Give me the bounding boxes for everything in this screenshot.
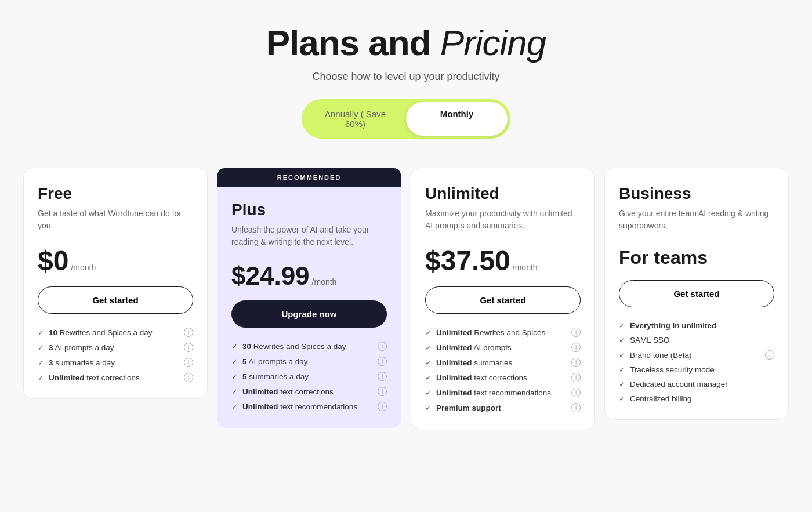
feature-item: ✓ Premium support i <box>425 403 581 412</box>
feature-item: ✓ 3 AI prompts a day i <box>38 343 193 352</box>
feature-text: 5 summaries a day <box>242 372 309 381</box>
check-icon: ✓ <box>231 387 238 396</box>
plan-description-unlimited: Maximize your productivity with unlimite… <box>425 208 581 233</box>
feature-text: Unlimited text corrections <box>436 373 527 382</box>
info-icon[interactable]: i <box>378 357 387 366</box>
check-icon: ✓ <box>619 394 625 403</box>
feature-item: ✓ Unlimited text recommendations i <box>425 388 581 397</box>
title-plain: Plans and <box>266 23 440 63</box>
feature-text: Brand tone (Beta) <box>630 351 692 360</box>
feature-item: ✓ Brand tone (Beta) i <box>619 350 774 360</box>
price-teams-label: For teams <box>619 247 708 268</box>
features-list-business: ✓ Everything in unlimited ✓ SAML SSO ✓ B… <box>619 321 774 403</box>
check-icon: ✓ <box>38 328 44 337</box>
check-icon: ✓ <box>425 343 432 352</box>
feature-item: ✓ Unlimited AI prompts i <box>425 343 581 352</box>
info-icon[interactable]: i <box>184 328 193 337</box>
check-icon: ✓ <box>231 402 238 411</box>
check-icon: ✓ <box>38 373 44 382</box>
plan-description-business: Give your entire team AI reading & writi… <box>619 208 774 233</box>
feature-text: Unlimited text recommendations <box>242 402 357 411</box>
feature-item: ✓ Traceless security mode <box>619 365 774 374</box>
check-icon: ✓ <box>425 358 432 367</box>
check-icon: ✓ <box>619 380 625 388</box>
plan-name-business: Business <box>619 184 774 203</box>
check-icon: ✓ <box>425 328 432 337</box>
feature-text: Unlimited text corrections <box>242 387 334 396</box>
feature-text: Unlimited text recommendations <box>436 388 551 397</box>
get-started-free-button[interactable]: Get started <box>38 286 193 314</box>
info-icon[interactable]: i <box>184 373 193 382</box>
feature-text: Everything in unlimited <box>630 321 716 330</box>
info-icon[interactable]: i <box>571 358 581 367</box>
check-icon: ✓ <box>38 343 44 352</box>
feature-text: Premium support <box>436 404 501 412</box>
features-list-free: ✓ 10 Rewrites and Spices a day i ✓ 3 AI … <box>38 328 193 382</box>
features-list-plus: ✓ 30 Rewrites and Spices a day i ✓ 5 AI … <box>231 342 387 411</box>
feature-text: SAML SSO <box>630 336 670 344</box>
info-icon[interactable]: i <box>378 372 387 381</box>
feature-text: Unlimited text corrections <box>49 373 140 382</box>
upgrade-now-button[interactable]: Upgrade now <box>231 300 387 328</box>
toggle-annually[interactable]: Annually ( Save 60%) <box>304 102 406 136</box>
check-icon: ✓ <box>231 357 238 366</box>
get-started-unlimited-button[interactable]: Get started <box>425 286 581 314</box>
plan-name-unlimited: Unlimited <box>425 184 581 203</box>
plan-name-plus: Plus <box>231 201 387 219</box>
feature-text: 3 summaries a day <box>49 358 115 367</box>
info-icon[interactable]: i <box>571 373 581 382</box>
feature-item: ✓ Unlimited text recommendations i <box>231 402 387 411</box>
plan-card-free: Free Get a taste of what Wordtune can do… <box>23 168 208 399</box>
info-icon[interactable]: i <box>571 403 581 412</box>
info-icon[interactable]: i <box>571 388 581 397</box>
feature-text: Unlimited AI prompts <box>436 343 512 352</box>
plan-price-business: For teams <box>619 247 774 268</box>
toggle-monthly[interactable]: Monthly <box>406 102 507 136</box>
feature-text: Centralized billing <box>630 394 692 403</box>
plan-card-plus: RECOMMENDED Plus Unleash the power of AI… <box>217 168 401 428</box>
info-icon[interactable]: i <box>571 343 581 352</box>
get-started-business-button[interactable]: Get started <box>619 280 774 307</box>
info-icon[interactable]: i <box>184 358 193 367</box>
feature-item: ✓ Unlimited Rewrites and Spices i <box>425 328 581 337</box>
check-icon: ✓ <box>231 342 238 351</box>
feature-item: ✓ Everything in unlimited <box>619 321 774 330</box>
plans-grid: Free Get a taste of what Wordtune can do… <box>23 168 789 429</box>
info-icon[interactable]: i <box>765 350 774 360</box>
plan-price-unlimited: $37.50 /month <box>425 247 581 275</box>
price-amount-plus: $24.99 <box>231 263 310 289</box>
feature-item: ✓ 10 Rewrites and Spices a day i <box>38 328 193 337</box>
plan-price-plus: $24.99 /month <box>231 263 387 289</box>
feature-text: Dedicated account manager <box>630 380 728 388</box>
check-icon: ✓ <box>231 372 238 381</box>
billing-toggle[interactable]: Annually ( Save 60%) Monthly <box>302 99 510 139</box>
feature-item: ✓ 5 AI prompts a day i <box>231 357 387 366</box>
check-icon: ✓ <box>619 336 625 344</box>
feature-item: ✓ Unlimited summaries i <box>425 358 581 367</box>
info-icon[interactable]: i <box>378 342 387 351</box>
feature-text: Traceless security mode <box>630 365 715 374</box>
feature-text: Unlimited summaries <box>436 358 512 367</box>
feature-item: ✓ SAML SSO <box>619 336 774 344</box>
info-icon[interactable]: i <box>378 387 387 396</box>
price-amount-unlimited: $37.50 <box>425 247 510 275</box>
info-icon[interactable]: i <box>571 328 581 337</box>
check-icon: ✓ <box>425 373 432 382</box>
feature-item: ✓ Dedicated account manager <box>619 380 774 388</box>
page-subtitle: Choose how to level up your productivity <box>312 71 499 83</box>
features-list-unlimited: ✓ Unlimited Rewrites and Spices i ✓ Unli… <box>425 328 581 412</box>
recommended-badge: RECOMMENDED <box>217 168 401 187</box>
feature-item: ✓ 30 Rewrites and Spices a day i <box>231 342 387 351</box>
price-period-free: /month <box>71 263 96 272</box>
page-title: Plans and Pricing <box>266 23 546 63</box>
plan-price-free: $0 /month <box>38 247 193 275</box>
feature-item: ✓ 5 summaries a day i <box>231 372 387 381</box>
feature-item: ✓ Centralized billing <box>619 394 774 403</box>
plan-card-business: Business Give your entire team AI readin… <box>604 168 789 420</box>
check-icon: ✓ <box>425 388 432 397</box>
info-icon[interactable]: i <box>184 343 193 352</box>
feature-text: 30 Rewrites and Spices a day <box>242 342 346 351</box>
check-icon: ✓ <box>619 351 625 360</box>
price-period-plus: /month <box>312 277 337 286</box>
info-icon[interactable]: i <box>378 402 387 411</box>
